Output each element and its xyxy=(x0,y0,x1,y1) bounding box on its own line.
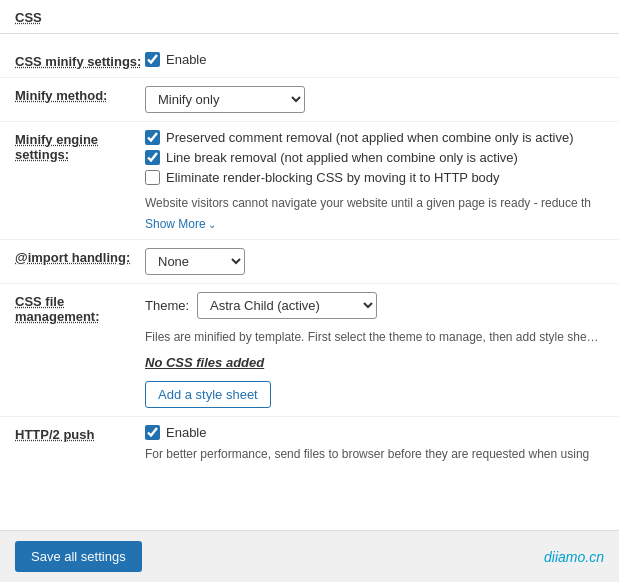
footer-bar: Save all settings diiamo.cn xyxy=(0,530,619,582)
chevron-down-icon: ⌄ xyxy=(208,219,216,230)
css-minify-label: CSS minify settings: xyxy=(15,52,145,69)
theme-select[interactable]: Astra Child (active) Astra xyxy=(197,292,377,319)
minify-method-select[interactable]: Minify only Combine only Combine & Minif… xyxy=(145,86,305,113)
show-more-text: Show More xyxy=(145,217,206,231)
css-file-description: Files are minified by template. First se… xyxy=(145,328,605,346)
css-file-management-control: Theme: Astra Child (active) Astra Files … xyxy=(145,292,605,408)
import-handling-row: @import handling: None Include Inline xyxy=(0,240,619,284)
css-minify-control: Enable xyxy=(145,52,604,67)
import-handling-select[interactable]: None Include Inline xyxy=(145,248,245,275)
http2-enable-label: Enable xyxy=(166,425,206,440)
css-minify-enable-row: Enable xyxy=(145,52,604,67)
engine-option-2-row: Line break removal (not applied when com… xyxy=(145,150,604,165)
http2-push-control: Enable For better performance, send file… xyxy=(145,425,604,463)
css-minify-row: CSS minify settings: Enable xyxy=(0,44,619,78)
engine-option-1-label: Preserved comment removal (not applied w… xyxy=(166,130,574,145)
theme-select-row: Theme: Astra Child (active) Astra xyxy=(145,292,605,319)
css-file-management-label: CSS file management: xyxy=(15,292,145,324)
show-more-link[interactable]: Show More ⌄ xyxy=(145,217,604,231)
minify-method-row: Minify method: Minify only Combine only … xyxy=(0,78,619,122)
http2-push-label: HTTP/2 push xyxy=(15,425,145,442)
engine-option-2-label: Line break removal (not applied when com… xyxy=(166,150,518,165)
theme-label: Theme: xyxy=(145,298,189,313)
minify-engine-label: Minify engine settings: xyxy=(15,130,145,162)
minify-method-control: Minify only Combine only Combine & Minif… xyxy=(145,86,604,113)
engine-option-2-checkbox[interactable] xyxy=(145,150,160,165)
page-title: CSS xyxy=(0,0,619,34)
css-minify-enable-checkbox[interactable] xyxy=(145,52,160,67)
engine-option-1-checkbox[interactable] xyxy=(145,130,160,145)
http2-enable-checkbox[interactable] xyxy=(145,425,160,440)
minify-engine-control: Preserved comment removal (not applied w… xyxy=(145,130,604,231)
import-handling-label: @import handling: xyxy=(15,248,145,265)
http2-push-row: HTTP/2 push Enable For better performanc… xyxy=(0,417,619,471)
engine-option-3-label: Eliminate render-blocking CSS by moving … xyxy=(166,170,500,185)
http2-description: For better performance, send files to br… xyxy=(145,445,604,463)
engine-description: Website visitors cannot navigate your we… xyxy=(145,194,604,212)
engine-option-3-row: Eliminate render-blocking CSS by moving … xyxy=(145,170,604,185)
minify-engine-row: Minify engine settings: Preserved commen… xyxy=(0,122,619,240)
engine-option-3-checkbox[interactable] xyxy=(145,170,160,185)
save-all-settings-button[interactable]: Save all settings xyxy=(15,541,142,572)
import-handling-control: None Include Inline xyxy=(145,248,604,275)
add-stylesheet-button[interactable]: Add a style sheet xyxy=(145,381,271,408)
engine-option-1-row: Preserved comment removal (not applied w… xyxy=(145,130,604,145)
brand-text: diiamo.cn xyxy=(544,549,604,565)
http2-enable-row: Enable xyxy=(145,425,604,440)
css-minify-enable-label: Enable xyxy=(166,52,206,67)
minify-method-label: Minify method: xyxy=(15,86,145,103)
no-css-label: No CSS files added xyxy=(145,355,605,370)
css-file-management-row: CSS file management: Theme: Astra Child … xyxy=(0,284,619,417)
